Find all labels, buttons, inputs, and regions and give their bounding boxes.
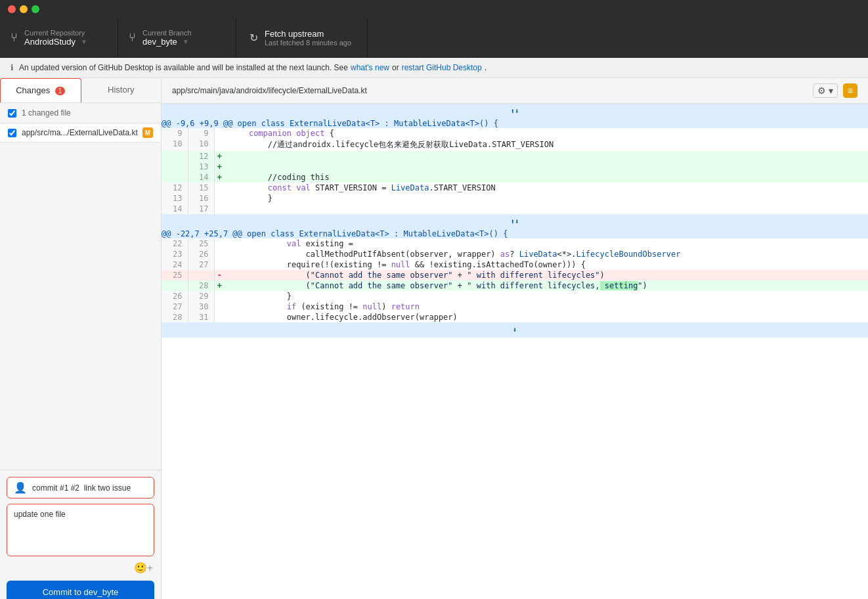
- table-row: 23 26 callMethodPutIfAbsent(observer, wr…: [162, 249, 868, 259]
- table-row: 28 + ("Cannot add the same observer" + "…: [162, 280, 868, 291]
- maximize-button[interactable]: [32, 5, 39, 13]
- fetch-icon: ↻: [250, 32, 258, 44]
- sidebar: Changes 1 History 1 changed file app/src…: [0, 78, 162, 599]
- tab-changes-badge: 1: [55, 87, 66, 95]
- minimize-button[interactable]: [20, 5, 28, 13]
- sidebar-tabs: Changes 1 History: [0, 78, 161, 103]
- expand-row-middle: ⬆⬇: [162, 214, 868, 229]
- tab-changes[interactable]: Changes 1: [0, 78, 81, 102]
- table-row: 28 31 owner.lifecycle.addObserver(wrappe…: [162, 312, 868, 322]
- list-item[interactable]: app/src/ma.../ExternalLiveData.kt M: [0, 123, 161, 143]
- table-row: 12 +: [162, 151, 868, 162]
- file-checkbox[interactable]: [8, 129, 16, 137]
- commit-title-row: 👤: [7, 477, 154, 499]
- whats-new-link[interactable]: what's new: [351, 63, 389, 72]
- banner-middle: or: [392, 63, 399, 72]
- banner-text: An updated version of GitHub Desktop is …: [19, 63, 348, 72]
- tab-history[interactable]: History: [81, 78, 162, 102]
- info-icon: ℹ: [11, 63, 14, 72]
- table-row: 12 15 const val START_VERSION = LiveData…: [162, 183, 868, 193]
- table-row: 10 10 //通过androidx.lifecycle包名来避免反射获取Liv…: [162, 139, 868, 151]
- table-row: 24 27 require(!(existing != null && !exi…: [162, 259, 868, 270]
- changed-files-header: 1 changed file: [0, 103, 161, 123]
- add-coauthor-icon[interactable]: 🙂+: [134, 562, 153, 574]
- repo-label: Current Repository: [24, 29, 87, 37]
- diff-file-path: app/src/main/java/androidx/lifecycle/Ext…: [172, 86, 813, 95]
- diff-content[interactable]: ⬆⬇ @@ -9,6 +9,9 @@ open class ExternalLi…: [162, 104, 868, 599]
- settings-button[interactable]: ⚙ ▾: [813, 83, 838, 98]
- diff-header: app/src/main/java/androidx/lifecycle/Ext…: [162, 78, 868, 104]
- commit-button[interactable]: Commit to dev_byte: [7, 581, 154, 599]
- main-layout: Changes 1 History 1 changed file app/src…: [0, 78, 868, 599]
- branch-chevron-icon: ▼: [183, 38, 189, 45]
- table-row: 9 9 companion object {: [162, 128, 868, 139]
- close-button[interactable]: [8, 5, 16, 13]
- expand-row-top: ⬆⬇: [162, 104, 868, 119]
- file-name: app/src/ma.../ExternalLiveData.kt: [22, 128, 140, 137]
- repo-name: AndroidStudy: [24, 37, 76, 47]
- titlebar: [0, 0, 868, 18]
- table-row: 14 17: [162, 204, 868, 214]
- table-row: 22 25 val existing =: [162, 238, 868, 249]
- table-row: 27 30 if (existing != null) return: [162, 301, 868, 312]
- tab-history-label: History: [108, 85, 134, 95]
- banner-end: .: [485, 63, 487, 72]
- repo-section[interactable]: ⑂ Current Repository AndroidStudy ▼: [0, 18, 118, 57]
- branch-section[interactable]: ⑂ Current Branch dev_byte ▼: [118, 18, 236, 57]
- select-all-checkbox[interactable]: [8, 109, 16, 118]
- diff-view: app/src/main/java/androidx/lifecycle/Ext…: [162, 78, 868, 599]
- hunk-header-1: @@ -9,6 +9,9 @@ open class ExternalLiveD…: [162, 119, 868, 128]
- hunk-header-2: @@ -22,7 +25,7 @@ open class ExternalLiv…: [162, 229, 868, 238]
- fetch-section[interactable]: ↻ Fetch upstream Last fetched 8 minutes …: [236, 18, 368, 57]
- expand-row-bottom: ⬇: [162, 322, 868, 338]
- commit-description-input[interactable]: [7, 504, 154, 556]
- file-status-badge: M: [142, 127, 153, 138]
- fetch-sub: Last fetched 8 minutes ago: [265, 39, 351, 47]
- table-row: 13 16 }: [162, 193, 868, 204]
- hunk-2-label: @@ -22,7 +25,7 @@ open class ExternalLiv…: [162, 229, 868, 238]
- file-list: app/src/ma.../ExternalLiveData.kt M: [0, 123, 161, 143]
- repo-icon: ⑂: [11, 31, 18, 45]
- table-row: 13 +: [162, 162, 868, 172]
- repo-chevron-icon: ▼: [81, 38, 87, 45]
- branch-name: dev_byte: [142, 37, 177, 47]
- avatar-icon: 👤: [14, 481, 27, 494]
- table-row: 26 29 }: [162, 291, 868, 301]
- table-row: 14 + //coding this: [162, 172, 868, 183]
- hunk-1-label: @@ -9,6 +9,9 @@ open class ExternalLiveD…: [162, 119, 868, 128]
- commit-area: 👤 🙂+ Commit to dev_byte: [0, 470, 161, 599]
- restart-link[interactable]: restart GitHub Desktop: [402, 63, 482, 72]
- branch-icon: ⑂: [129, 31, 136, 45]
- update-banner: ℹ An updated version of GitHub Desktop i…: [0, 58, 868, 78]
- fetch-label: Fetch upstream: [265, 29, 351, 39]
- commit-title-input[interactable]: [32, 483, 147, 493]
- branch-label: Current Branch: [142, 29, 192, 37]
- diff-table: ⬆⬇ @@ -9,6 +9,9 @@ open class ExternalLi…: [162, 104, 868, 338]
- view-toggle-button[interactable]: ≡: [843, 83, 857, 98]
- diff-actions: ⚙ ▾ ≡: [813, 83, 857, 98]
- tab-changes-label: Changes: [16, 85, 50, 95]
- changed-files-count: 1 changed file: [22, 108, 71, 118]
- table-row: 25 - ("Cannot add the same observer" + "…: [162, 270, 868, 280]
- toolbar: ⑂ Current Repository AndroidStudy ▼ ⑂ Cu…: [0, 18, 868, 58]
- commit-desc-footer: 🙂+: [7, 559, 154, 577]
